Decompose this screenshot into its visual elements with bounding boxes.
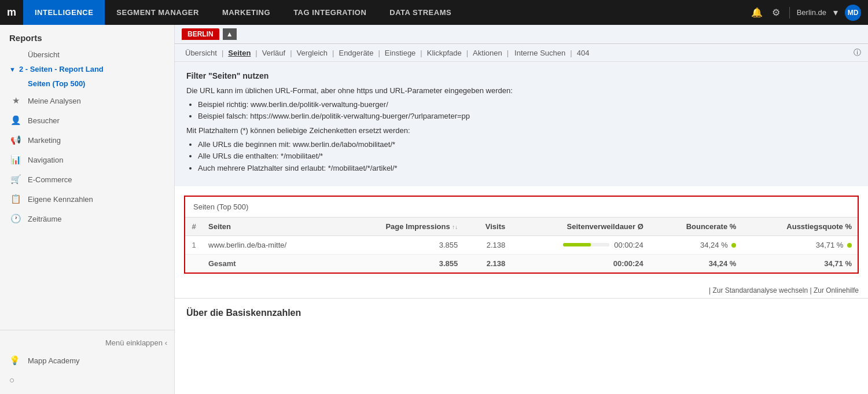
table-row: 1 www.berlin.de/ba-mitte/ 3.855 2.138 00… <box>185 235 858 254</box>
filter-para-2: Mit Platzhaltern (*) können beliebige Ze… <box>186 125 856 137</box>
sidebar-item-mapp-academy[interactable]: 💡 Mapp Academy <box>0 351 174 370</box>
nav-link-einstiege[interactable]: Einstiege <box>381 49 419 57</box>
badge-berlin[interactable]: BERLIN <box>182 28 219 40</box>
info-icon[interactable]: ⓘ <box>854 47 861 58</box>
sidebar-item-extra[interactable]: ○ <box>0 370 174 389</box>
table-header-row: # Seiten Page Impressions ↑↓ Visits Seit… <box>185 218 858 236</box>
topnav: m INTELLIGENCE SEGMENT MANAGER MARKETING… <box>0 0 868 25</box>
clipboard-icon: 📋 <box>9 194 22 204</box>
divider <box>789 7 790 19</box>
col-ausstiegsquote: Ausstiegsquote % <box>742 218 858 236</box>
filter-title: Filter "Seiten" nutzen <box>186 71 856 80</box>
nav-data-streams[interactable]: DATA STREAMS <box>378 0 463 25</box>
filter-list-2: Alle URLs die beginnen mit: www.berlin.d… <box>198 139 856 175</box>
cell-total-ausstiegsquote: 34,71 % <box>742 254 858 273</box>
topnav-items: INTELLIGENCE SEGMENT MANAGER MARKETING T… <box>23 0 742 25</box>
footer-section: Über die Basiskennzahlen <box>175 298 868 327</box>
sidebar-item-meine-analysen[interactable]: ★ Meine Analysen <box>0 91 174 111</box>
nav-link-klickpfade[interactable]: Klickpfade <box>424 49 465 57</box>
bottom-links: | Zur Standardanalyse wechseln | Zur Onl… <box>175 283 868 298</box>
sidebar-item-navigation[interactable]: 📊 Navigation <box>0 150 174 170</box>
sidebar-item-zeitraume[interactable]: 🕐 Zeiträume <box>0 209 174 229</box>
clock-icon: 🕐 <box>9 213 22 224</box>
filter-bullet-1-1: Beispiel falsch: https://www.berlin.de/p… <box>198 111 856 123</box>
cell-total-bouncerate: 34,24 % <box>649 254 742 273</box>
sidebar-item-besucher[interactable]: 👤 Besucher <box>0 111 174 130</box>
table-total-row: Gesamt 3.855 2.138 00:00:24 34,24 % 34,7… <box>185 254 858 273</box>
col-seiten: Seiten <box>203 218 337 236</box>
cell-total-pi: 3.855 <box>337 254 464 273</box>
cell-total-verweildauer: 00:00:24 <box>511 254 649 273</box>
bulb-icon: 💡 <box>9 355 22 366</box>
circle-icon: ○ <box>9 375 22 385</box>
nav-link-seiten[interactable]: Seiten <box>225 49 254 57</box>
nav-segment-manager[interactable]: SEGMENT MANAGER <box>105 0 211 25</box>
filter-list-1: Beispiel richtig: www.berlin.de/politik-… <box>198 99 856 123</box>
nav-intelligence[interactable]: INTELLIGENCE <box>23 0 105 25</box>
sidebar-item-report-land[interactable]: ▼ 2 - Seiten - Report Land <box>0 62 174 76</box>
cell-total-label: Gesamt <box>203 254 337 273</box>
topnav-right: 🔔 ⚙ Berlin.de ▾ MD <box>742 5 868 21</box>
nav-link-interne-suchen[interactable]: Interne Suchen <box>511 49 569 57</box>
sidebar-item-seiten-top500[interactable]: Seiten (Top 500) <box>0 76 174 91</box>
nav-link-vergleich[interactable]: Vergleich <box>293 49 331 57</box>
sidebar-item-ubersicht[interactable]: Übersicht <box>0 47 174 62</box>
filter-info-box: Filter "Seiten" nutzen Die URL kann im ü… <box>175 62 868 186</box>
col-bouncerate: Bouncerate % <box>649 218 742 236</box>
content-header-row: BERLIN ▲ <box>175 25 868 44</box>
cell-num: 1 <box>185 235 203 254</box>
nav-link-verlauf[interactable]: Verläuf <box>259 49 289 57</box>
sidebar-item-marketing[interactable]: 📢 Marketing <box>0 130 174 150</box>
logo: m <box>0 0 23 25</box>
cell-bouncerate: 34,24 % <box>649 235 742 254</box>
cell-total-num <box>185 254 203 273</box>
data-table: # Seiten Page Impressions ↑↓ Visits Seit… <box>185 218 858 273</box>
col-verweildauer: Seitenverweildauer Ø <box>511 218 649 236</box>
nav-link-ubersicht[interactable]: Übersicht <box>182 49 220 57</box>
table-section: Seiten (Top 500) # Seiten Page Impressio… <box>184 196 859 274</box>
nav-tag-integration[interactable]: TAG INTEGRATION <box>282 0 378 25</box>
nav-link-endgerate[interactable]: Endgeräte <box>335 49 377 57</box>
content-area: BERLIN ▲ Übersicht | Seiten | Verläuf | … <box>175 25 868 394</box>
people-icon: 👤 <box>9 115 22 126</box>
nav-link-aktionen[interactable]: Aktionen <box>469 49 506 57</box>
sidebar: Reports Übersicht ▼ 2 - Seiten - Report … <box>0 25 175 394</box>
filter-bullet-2-1: Alle URLs die enthalten: */mobilitaet/* <box>198 150 856 163</box>
cart-icon: 🛒 <box>9 174 22 185</box>
content-nav-links: Übersicht | Seiten | Verläuf | Vergleich… <box>175 44 868 62</box>
main-layout: Reports Übersicht ▼ 2 - Seiten - Report … <box>0 25 868 394</box>
cell-visits: 2.138 <box>464 235 511 254</box>
sidebar-title: Reports <box>0 25 174 47</box>
nav-link-404[interactable]: 404 <box>573 49 593 57</box>
col-visits: Visits <box>464 218 511 236</box>
cell-verweildauer: 00:00:24 <box>511 235 649 254</box>
sidebar-collapse-button[interactable]: Menü einklappen ‹ <box>0 335 174 351</box>
sidebar-bottom: Menü einklappen ‹ 💡 Mapp Academy ○ <box>0 330 174 394</box>
filter-bullet-2-2: Auch mehrere Platzhalter sind erlaubt: *… <box>198 163 856 175</box>
filter-bullet-1-0: Beispiel richtig: www.berlin.de/politik-… <box>198 99 856 111</box>
cell-ausstiegsquote: 34,71 % <box>742 235 858 254</box>
table-title: Seiten (Top 500) <box>185 197 858 218</box>
chart-icon: 📊 <box>9 154 22 165</box>
bell-icon[interactable]: 🔔 <box>749 7 765 18</box>
chevron-down-icon: ▼ <box>9 66 16 73</box>
gear-icon[interactable]: ⚙ <box>770 7 782 18</box>
megaphone-icon: 📢 <box>9 135 22 145</box>
chevron-down-icon[interactable]: ▾ <box>831 7 840 18</box>
badge-arrow[interactable]: ▲ <box>223 28 237 40</box>
link-onlinehilfe[interactable]: Zur Onlinehilfe <box>814 286 859 294</box>
filter-para-1: Die URL kann im üblichen URL-Format, abe… <box>186 85 856 97</box>
link-standardanalyse[interactable]: Zur Standardanalyse wechseln <box>712 286 808 294</box>
sidebar-item-eigene-kennzahlen[interactable]: 📋 Eigene Kennzahlen <box>0 189 174 209</box>
col-page-impressions[interactable]: Page Impressions ↑↓ <box>337 218 464 236</box>
nav-marketing[interactable]: MARKETING <box>211 0 282 25</box>
sidebar-item-ecommerce[interactable]: 🛒 E-Commerce <box>0 170 174 189</box>
avatar[interactable]: MD <box>845 5 861 21</box>
domain-selector[interactable]: Berlin.de <box>797 8 826 17</box>
cell-seiten[interactable]: www.berlin.de/ba-mitte/ <box>203 235 337 254</box>
filter-bullet-2-0: Alle URLs die beginnen mit: www.berlin.d… <box>198 139 856 151</box>
dot-bouncerate <box>731 243 736 248</box>
cell-total-visits: 2.138 <box>464 254 511 273</box>
bar-chart <box>563 243 609 246</box>
logo-text: m <box>7 6 16 19</box>
